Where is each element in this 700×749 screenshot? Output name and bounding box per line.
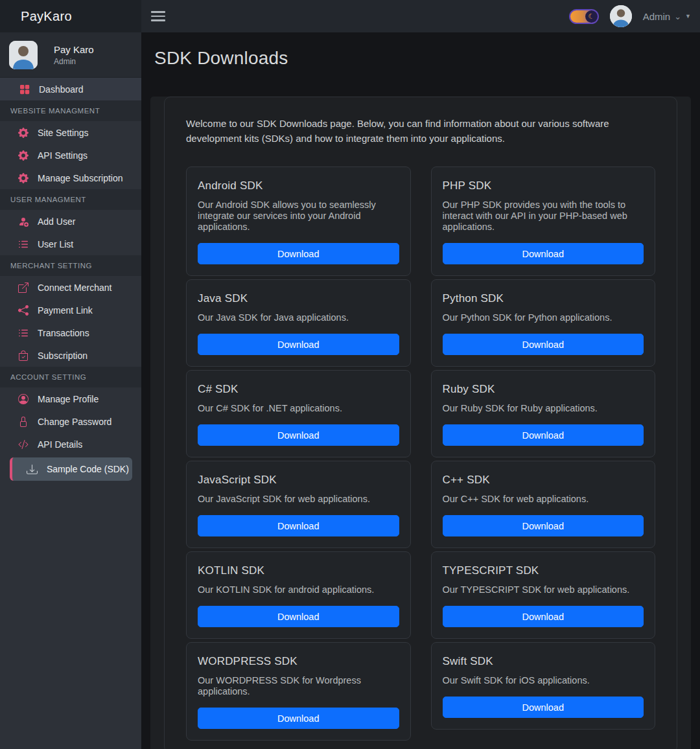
download-button[interactable]: Download [198,243,399,264]
moon-icon: ☾ [585,10,598,23]
sidebar-item-label: Subscription [38,351,88,361]
brand-logo[interactable]: PayKaro [0,0,141,32]
sidebar: PayKaro Pay Karo Admin Dashboard WEBSITE… [0,0,141,749]
gear-icon [18,128,29,138]
download-icon [27,464,38,475]
sdk-name: Python SDK [443,292,644,305]
sdk-description: Our Ruby SDK for Ruby applications. [443,403,644,414]
sidebar-item-transactions[interactable]: Transactions [0,321,141,344]
sidebar-item-api-settings[interactable]: API Settings [0,144,141,167]
download-button[interactable]: Download [443,424,644,446]
welcome-text: Welcome to our SDK Downloads page. Below… [186,117,640,146]
sidebar-item-dashboard[interactable]: Dashboard [0,78,141,100]
sdk-name: Java SDK [198,292,399,305]
sidebar-item-user-list[interactable]: User List [0,233,141,255]
main-content: SDK Downloads Welcome to our SDK Downloa… [141,32,700,749]
sdk-card-wordpress: WORDPRESS SDK Our WORDPRESS SDK for Word… [186,642,411,741]
sdk-description: Our Android SDK allows you to seamlessly… [198,200,399,233]
user-photo [610,5,632,27]
external-link-icon [18,282,29,293]
sidebar-item-connect-merchant[interactable]: Connect Merchant [0,276,141,299]
sdk-name: C# SDK [198,383,399,396]
sdk-description: Our Java SDK for Java applications. [198,312,399,323]
lock-icon [18,417,29,427]
gear-icon [18,150,29,161]
sdk-description: Our C++ SDK for web applications. [443,494,644,505]
sidebar-item-payment-link[interactable]: Payment Link [0,299,141,321]
share-icon [18,305,29,316]
download-button[interactable]: Download [198,424,399,446]
list-icon [18,239,29,249]
sidebar-profile: Pay Karo Admin [0,32,141,78]
sdk-description: Our Python SDK for Python applications. [443,312,644,323]
download-button[interactable]: Download [443,697,644,718]
sidebar-item-label: Payment Link [38,305,93,316]
profile-role: Admin [54,57,94,66]
gear-icon [18,173,29,183]
download-button[interactable]: Download [443,334,644,355]
avatar [9,41,38,69]
sdk-description: Our WORDPRESS SDK for Wordpress applicat… [198,675,399,697]
admin-dropdown[interactable]: Admin ⌄ ▼ [643,11,691,22]
section-label-website-managment: WEBSITE MANAGMENT [0,100,141,121]
download-button[interactable]: Download [198,606,399,627]
download-button[interactable]: Download [443,243,644,264]
section-label-merchant-setting: MERCHANT SETTING [0,255,141,276]
download-button[interactable]: Download [443,606,644,627]
sdk-name: C++ SDK [443,474,644,487]
content-panel: Welcome to our SDK Downloads page. Below… [150,97,691,749]
menu-toggle-icon[interactable] [151,11,165,21]
download-button[interactable]: Download [198,334,399,355]
section-label-account-setting: ACCOUNT SETTING [0,367,141,387]
sdk-description: Our C# SDK for .NET applications. [198,403,399,414]
sidebar-item-label: Sample Code (SDK) [47,464,129,474]
sdk-card-csharp: C# SDK Our C# SDK for .NET applications.… [186,370,411,457]
sidebar-item-label: Change Password [38,417,111,427]
sidebar-item-label: User List [38,239,73,249]
sidebar-item-api-details[interactable]: API Details [0,433,141,455]
person-circle-icon [18,394,29,404]
sidebar-item-manage-profile[interactable]: Manage Profile [0,387,141,410]
sdk-card-python: Python SDK Our Python SDK for Python app… [431,279,656,367]
sdk-card-kotlin: KOTLIN SDK Our KOTLIN SDK for android ap… [186,551,411,639]
sdk-name: TYPESCRIPT SDK [443,564,644,577]
sdk-description: Our Swift SDK for iOS applications. [443,675,644,686]
bag-check-icon [18,351,29,361]
sdk-description: Our KOTLIN SDK for android applications. [198,584,399,595]
sdk-name: Swift SDK [443,655,644,668]
topbar: ☾ Admin ⌄ ▼ [141,0,700,32]
download-button[interactable]: Download [443,515,644,536]
sdk-card-javascript: JavaScript SDK Our JavaScript SDK for we… [186,461,411,548]
sidebar-item-sample-code-sdk[interactable]: Sample Code (SDK) [10,457,132,481]
sidebar-item-change-password[interactable]: Change Password [0,410,141,433]
sdk-grid: Android SDK Our Android SDK allows you t… [186,167,655,741]
download-button[interactable]: Download [198,708,399,729]
sdk-name: KOTLIN SDK [198,564,399,577]
grid-icon [19,84,30,95]
download-button[interactable]: Download [198,515,399,536]
sdk-name: JavaScript SDK [198,474,399,487]
dark-mode-toggle[interactable]: ☾ [569,9,599,24]
sidebar-item-label: API Settings [38,150,88,161]
sidebar-item-label: Manage Subscription [38,173,123,183]
sidebar-item-subscription[interactable]: Subscription [0,344,141,367]
admin-label: Admin [643,11,671,22]
sidebar-item-label: Connect Merchant [38,282,111,293]
sdk-card-android: Android SDK Our Android SDK allows you t… [186,167,411,276]
topbar-avatar[interactable] [610,5,632,27]
sidebar-item-site-settings[interactable]: Site Settings [0,121,141,144]
person-plus-icon [18,216,29,227]
chevron-down-icon: ⌄ [674,12,681,21]
section-label-user-managment: USER MANAGMENT [0,189,141,210]
sdk-downloads-box: Welcome to our SDK Downloads page. Below… [164,97,677,749]
code-icon [18,439,29,450]
sidebar-item-manage-subscription[interactable]: Manage Subscription [0,167,141,189]
sidebar-item-label: Dashboard [39,84,84,95]
profile-name: Pay Karo [54,44,94,55]
sdk-card-swift: Swift SDK Our Swift SDK for iOS applicat… [431,642,656,730]
sdk-card-java: Java SDK Our Java SDK for Java applicati… [186,279,411,367]
sidebar-item-add-user[interactable]: Add User [0,210,141,233]
sidebar-item-label: Transactions [38,328,89,338]
sdk-name: Ruby SDK [443,383,644,396]
sdk-card-cpp: C++ SDK Our C++ SDK for web applications… [431,461,656,548]
